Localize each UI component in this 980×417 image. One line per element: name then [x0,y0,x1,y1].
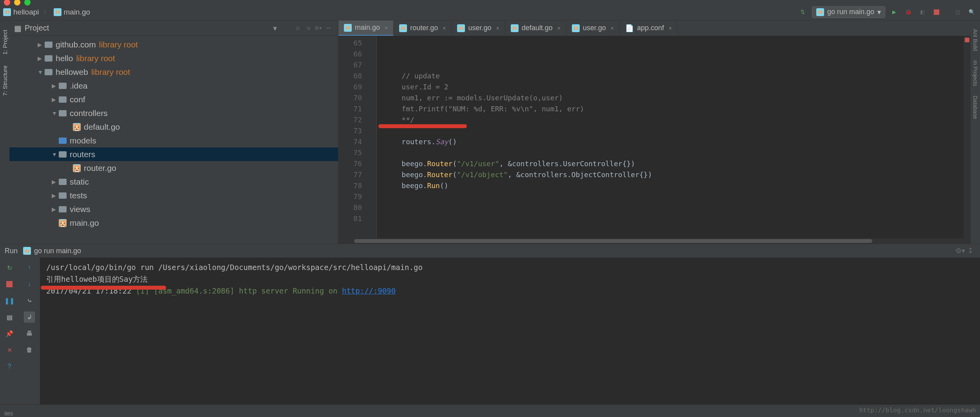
structure-tool-button[interactable]: 7: Structure [2,65,8,96]
locate-icon[interactable]: ⊙ [293,23,303,33]
tree-node-github-com[interactable]: ▶github.comlibrary root [9,38,338,51]
update-icon[interactable]: ⇅ [798,7,808,17]
tree-node-controllers[interactable]: ▼controllers [9,106,338,120]
dump-threads-icon[interactable]: ▤ [4,312,15,323]
breadcrumb-item-project[interactable]: 🐹 helloapi [3,8,39,16]
tree-node-models[interactable]: models [9,134,338,147]
tree-node-tests[interactable]: ▶tests [9,189,338,202]
editor-tab-user-go[interactable]: 🐹user.go× [452,20,505,36]
console-link[interactable]: http://:9090 [342,286,396,295]
close-tab-icon[interactable]: × [443,25,446,31]
go-file-icon: 🐹 [457,24,465,32]
rerun-icon[interactable]: ↻ [4,262,15,273]
down-icon[interactable]: ↓ [24,279,35,290]
code-area[interactable]: // update user.Id = 2 num1, err := model… [377,36,964,238]
database-tool-button[interactable]: Database [972,96,978,119]
close-tab-icon[interactable]: × [611,25,614,31]
trash-icon[interactable]: 🗑 [24,344,35,355]
print-icon[interactable]: 🖶 [24,328,35,339]
chevron-right-icon[interactable]: ▶ [52,96,59,103]
editor-tab-user-go[interactable]: 🐹user.go× [566,20,620,36]
editor-tab-router-go[interactable]: 🐹router.go× [394,20,452,36]
favorites-tool-button[interactable]: ites [4,410,13,417]
console-output[interactable]: /usr/local/go/bin/go run /Users/xiaolong… [40,257,980,404]
gear-icon[interactable]: ⚙▾ [955,246,965,256]
close-icon[interactable]: ✕ [4,344,15,355]
error-marker-icon[interactable] [965,38,969,42]
chevron-down-icon[interactable]: ▾ [273,24,277,33]
chevron-right-icon[interactable]: ▶ [38,55,45,62]
chevron-down-icon[interactable]: ▼ [52,151,59,158]
close-tab-icon[interactable]: × [496,25,499,31]
watermark-text: http://blog.csdn.net/loongshawn [859,406,976,414]
hide-icon[interactable]: ↧ [965,246,975,256]
stop-button[interactable] [931,7,942,17]
maximize-window-icon[interactable] [24,0,31,5]
project-tree[interactable]: ▶github.comlibrary root▶hellolibrary roo… [9,36,338,244]
stop-icon[interactable] [4,279,15,290]
go-file-icon: 🐹 [23,247,31,255]
pin-icon[interactable]: 📌 [4,328,15,339]
close-tab-icon[interactable]: × [385,25,388,31]
close-tab-icon[interactable]: × [669,25,672,31]
tree-node-static[interactable]: ▶static [9,175,338,189]
close-tab-icon[interactable]: × [557,25,561,31]
line-number: 71 [338,103,362,114]
tree-node-views[interactable]: ▶views [9,202,338,216]
tree-label: routers [70,150,95,159]
m-projects-tool-button[interactable]: m Projects [972,60,978,86]
tree-label: github.com [56,40,96,49]
layout-icon[interactable]: ◫ [953,7,963,17]
close-window-icon[interactable] [4,0,10,5]
code-line: routers.Say() [385,136,956,147]
tree-label: router.go [84,163,116,173]
chevron-right-icon[interactable]: ▶ [38,42,45,48]
tree-label: views [70,205,90,214]
tree-node-router-go[interactable]: 🐹router.go [9,161,338,175]
coverage-button[interactable]: ◧ [917,7,928,17]
editor-tab-app-conf[interactable]: 📄app.conf× [620,20,678,36]
tree-node-conf[interactable]: ▶conf [9,92,338,106]
tree-node-default-go[interactable]: 🐹default.go [9,120,338,134]
breadcrumb-label: main.go [64,8,90,16]
error-stripe[interactable] [964,36,971,238]
breadcrumb-item-file[interactable]: 🐹 main.go [54,8,90,16]
editor-area: 🐹main.go×🐹router.go×🐹user.go×🐹default.go… [338,20,971,244]
run-config-dropdown[interactable]: 🐹 go run main.go ▾ [812,6,885,18]
tree-node-main-go[interactable]: 🐹main.go [9,216,338,230]
debug-button[interactable]: 🐞 [903,7,913,17]
tree-node-helloweb[interactable]: ▼helloweblibrary root [9,65,338,79]
collapse-icon[interactable]: ⇲ [303,23,313,33]
scrollbar-thumb[interactable] [354,239,872,243]
toolbar-right: ⇅ 🐹 go run main.go ▾ ▶ 🐞 ◧ ◫ 🔍 [798,6,977,18]
console-log-body: [I] [asm_amd64.s:2086] http server Runni… [136,286,342,295]
chevron-down-icon[interactable]: ▼ [38,69,45,75]
folder-icon [45,55,52,62]
soft-wrap-icon[interactable]: ↲ [24,312,35,323]
tree-node-routers[interactable]: ▼routers [9,147,338,161]
run-button[interactable]: ▶ [889,7,899,17]
editor-tab-main-go[interactable]: 🐹main.go× [338,20,394,36]
goto-source-icon[interactable]: ⤷ [24,295,35,306]
library-root-label: library root [99,40,138,49]
minimize-window-icon[interactable] [14,0,20,5]
gear-icon[interactable]: ⚙▾ [313,23,323,33]
chevron-right-icon[interactable]: ▶ [52,83,59,89]
search-icon[interactable]: 🔍 [967,7,977,17]
project-tool-button[interactable]: 1: Project [2,30,8,54]
tree-node--idea[interactable]: ▶.idea [9,79,338,92]
chevron-down-icon[interactable]: ▼ [52,110,59,116]
hide-icon[interactable]: ↦ [323,23,333,33]
editor-hscrollbar[interactable] [338,238,971,244]
chevron-right-icon[interactable]: ▶ [52,192,59,199]
pause-icon[interactable]: ❚❚ [4,295,15,306]
up-icon[interactable]: ↑ [24,262,35,273]
chevron-right-icon[interactable]: ▶ [52,206,59,212]
chevron-right-icon[interactable]: ▶ [52,179,59,185]
tree-node-hello[interactable]: ▶hellolibrary root [9,51,338,65]
line-number: 78 [338,180,362,191]
help-icon[interactable]: ? [4,361,15,372]
editor-tab-default-go[interactable]: 🐹default.go× [505,20,566,36]
ant-tool-button[interactable]: Ant Build [972,29,978,51]
project-view-icon[interactable]: ▦ [14,24,22,33]
